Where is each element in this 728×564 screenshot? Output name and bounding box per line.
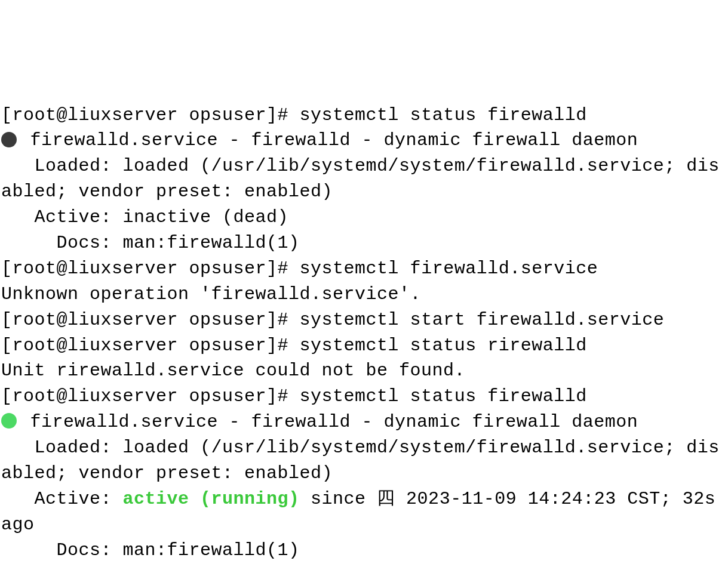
active-line: Active: inactive (dead) — [1, 205, 727, 230]
command-text: systemctl status rirewalld — [300, 335, 587, 356]
prompt-line: [root@liuxserver opsuser]# systemctl fir… — [1, 256, 727, 282]
service-title: firewalld.service - firewalld - dynamic … — [19, 412, 638, 432]
shell-prompt: [root@liuxserver opsuser]# — [1, 258, 300, 279]
prompt-line: [root@liuxserver opsuser]# systemctl sta… — [1, 333, 727, 359]
prompt-line: [root@liuxserver opsuser]# systemctl sta… — [1, 307, 727, 333]
loaded-line: Loaded: loaded (/usr/lib/systemd/system/… — [1, 435, 727, 486]
shell-prompt: [root@liuxserver opsuser]# — [1, 386, 300, 406]
service-header: firewalld.service - firewalld - dynamic … — [1, 409, 727, 435]
error-output: Unknown operation 'firewalld.service'. — [1, 282, 727, 307]
shell-prompt: [root@liuxserver opsuser]# — [1, 335, 300, 356]
error-output: Unit rirewalld.service could not be foun… — [1, 358, 727, 384]
prompt-line: [root@liuxserver opsuser]# systemctl sta… — [1, 103, 727, 128]
active-running-status: active (running) — [123, 489, 300, 509]
docs-line: Docs: man:firewalld(1) — [1, 230, 727, 256]
status-dot-inactive-icon — [1, 132, 17, 147]
service-title: firewalld.service - firewalld - dynamic … — [19, 130, 638, 150]
command-text: systemctl start firewalld.service — [300, 310, 665, 330]
command-text: systemctl status firewalld — [300, 105, 587, 125]
shell-prompt: [root@liuxserver opsuser]# — [1, 310, 300, 330]
active-line: Active: active (running) since 四 2023-11… — [1, 486, 727, 538]
loaded-line: Loaded: loaded (/usr/lib/systemd/system/… — [1, 153, 727, 205]
service-header: firewalld.service - firewalld - dynamic … — [1, 128, 727, 153]
active-label: Active: — [1, 489, 123, 509]
command-text: systemctl status firewalld — [300, 386, 587, 406]
shell-prompt: [root@liuxserver opsuser]# — [1, 105, 300, 125]
status-dot-active-icon — [1, 413, 17, 429]
terminal-output[interactable]: [root@liuxserver opsuser]# systemctl sta… — [0, 103, 728, 564]
docs-line: Docs: man:firewalld(1) — [1, 538, 727, 563]
prompt-line: [root@liuxserver opsuser]# systemctl sta… — [1, 384, 727, 409]
command-text: systemctl firewalld.service — [300, 258, 598, 279]
